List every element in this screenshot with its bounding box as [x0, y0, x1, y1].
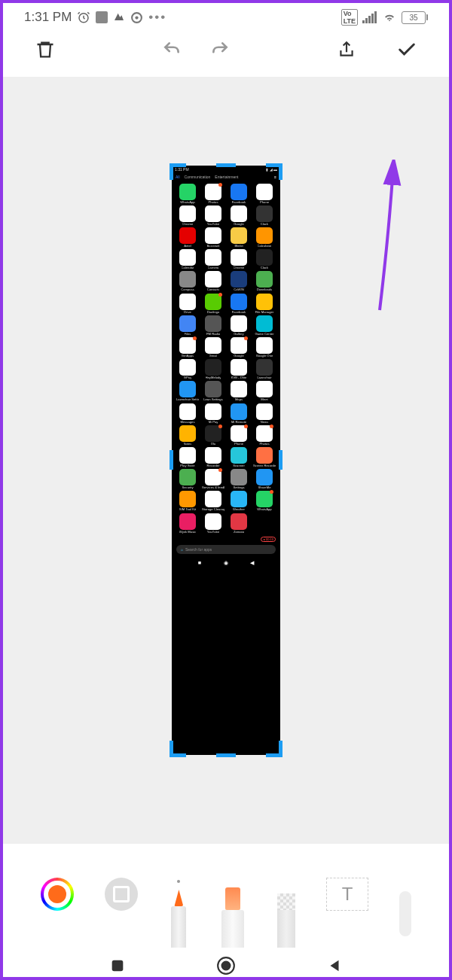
- app-item: Messages: [176, 403, 200, 424]
- svg-rect-4: [365, 18, 368, 23]
- app-item: Services & feedback: [201, 469, 225, 489]
- app-item: News: [252, 403, 276, 424]
- battery-icon: 35: [402, 11, 428, 24]
- app-item: Facebook: [227, 294, 251, 314]
- app-item: Compass: [176, 271, 200, 291]
- more-icon: •••: [148, 10, 166, 25]
- crop-handle[interactable]: [279, 450, 282, 470]
- share-button[interactable]: [333, 36, 360, 63]
- app-item: Camera: [201, 249, 225, 269]
- svg-rect-5: [368, 16, 371, 23]
- home-button[interactable]: [215, 955, 237, 976]
- redo-button[interactable]: [206, 36, 234, 63]
- app-icon: [96, 11, 108, 23]
- app-item: Assistant: [201, 227, 225, 248]
- app-item: Airtel: [176, 227, 200, 248]
- inner-tabs: All Communication Entertainment ≡: [172, 173, 280, 181]
- drawing-tools: T: [3, 843, 449, 944]
- app-item: Calculator: [252, 227, 276, 248]
- color-picker[interactable]: [41, 878, 74, 911]
- app-item: Duolingo: [201, 294, 225, 314]
- screenshot-preview[interactable]: 1:31 PM▮ ◢ ▬ All Communication Entertain…: [172, 166, 280, 755]
- app-item: Photos: [252, 425, 276, 446]
- crop-handle[interactable]: [170, 741, 173, 757]
- svg-point-2: [136, 16, 139, 19]
- app-item: Contacts: [201, 271, 225, 291]
- app-item: GetApps: [176, 337, 200, 358]
- app-item: CoWIN: [227, 271, 251, 291]
- app-icon-2: [113, 11, 125, 23]
- status-bar: 1:31 PM ••• VoLTE 35: [3, 3, 449, 29]
- app-item: Gallery: [227, 315, 251, 336]
- app-grid: WhatsAppPhotosFacebookPhoneChromeYouTube…: [172, 181, 280, 537]
- app-item: YouTube: [201, 513, 225, 534]
- crop-handle[interactable]: [279, 741, 282, 757]
- crop-handle[interactable]: [216, 753, 236, 757]
- app-item: Photos: [201, 184, 225, 204]
- app-item: Play Store: [176, 447, 200, 467]
- app-item: Storage Cleanup: [201, 491, 225, 511]
- app-item: Ola: [201, 425, 225, 446]
- eraser-tool[interactable]: [276, 889, 296, 948]
- app-item: FM Radio: [201, 315, 225, 336]
- tab: All: [176, 175, 180, 179]
- app-item: Clock: [252, 205, 276, 226]
- app-item: Clock: [252, 249, 276, 269]
- app-item: YouTube: [201, 205, 225, 226]
- back-button[interactable]: [324, 955, 345, 976]
- app-item: Gmail: [201, 337, 225, 358]
- app-item: Chrome: [176, 205, 200, 226]
- signal-icon: [362, 11, 377, 23]
- app-item: Phone: [227, 425, 251, 446]
- status-left: 1:31 PM •••: [24, 10, 166, 25]
- app-item: Downloads: [252, 271, 276, 291]
- app-item: Facebook: [227, 184, 251, 204]
- marker-tool[interactable]: [220, 881, 246, 948]
- app-item: Screen Recorder: [252, 447, 276, 467]
- app-item: Blinkit: [227, 227, 251, 248]
- volte-icon: VoLTE: [341, 9, 358, 26]
- annotation-arrow: [366, 160, 411, 318]
- app-item: Chrome: [227, 249, 251, 269]
- shape-tool[interactable]: [105, 878, 138, 911]
- text-tool[interactable]: T: [326, 878, 368, 911]
- crop-handle[interactable]: [279, 163, 282, 180]
- done-button[interactable]: [393, 36, 420, 63]
- recents-button[interactable]: [107, 955, 128, 976]
- crop-handle[interactable]: [216, 163, 236, 167]
- svg-rect-8: [112, 960, 124, 972]
- canvas-area[interactable]: 1:31 PM▮ ◢ ▬ All Communication Entertain…: [3, 77, 449, 843]
- crop-handle[interactable]: [170, 163, 173, 180]
- app-item: HeyMelody: [201, 359, 225, 379]
- app-item: Security: [176, 469, 200, 489]
- app-item: Zomato: [227, 513, 251, 534]
- rec-badge: ● 00:10: [261, 537, 276, 542]
- app-item: Notes: [176, 425, 200, 446]
- app-item: Game Center: [252, 315, 276, 336]
- menu-icon: ≡: [274, 175, 276, 179]
- app-item: Maps: [227, 381, 251, 401]
- app-item: Recorder: [201, 447, 225, 467]
- svg-rect-3: [362, 20, 365, 23]
- app-item: WhatsApp: [176, 184, 200, 204]
- app-item: Google: [227, 205, 251, 226]
- undo-button[interactable]: [158, 36, 185, 63]
- app-item: Weather: [227, 491, 251, 511]
- extra-tool[interactable]: [399, 891, 411, 936]
- app-item: WhatsApp: [252, 491, 276, 511]
- app-item: Mi Remote: [227, 403, 251, 424]
- app-item: File Manager: [252, 294, 276, 314]
- app-icon-3: [130, 11, 143, 24]
- app-item: Google: [227, 337, 251, 358]
- delete-button[interactable]: [32, 36, 59, 63]
- app-item: ShareMe: [252, 469, 276, 489]
- editor-toolbar: [3, 29, 449, 77]
- crop-handle[interactable]: [170, 450, 173, 470]
- app-item: Mi Pay: [201, 403, 225, 424]
- alarm-icon: [77, 11, 90, 24]
- app-item: Settings: [227, 469, 251, 489]
- system-nav: [3, 944, 449, 980]
- app-item: Drive: [176, 294, 200, 314]
- app-item: Wynk Music: [176, 513, 200, 534]
- pen-tool[interactable]: [168, 880, 189, 948]
